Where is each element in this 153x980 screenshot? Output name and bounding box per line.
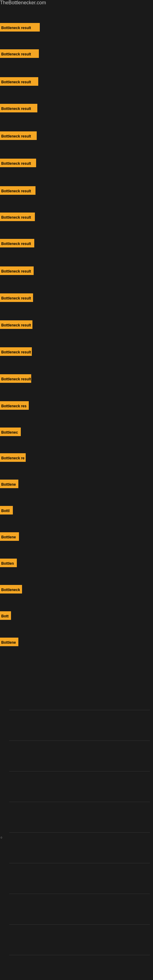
chart-gridline	[9, 771, 150, 772]
chart-gridline	[9, 863, 150, 863]
bottleneck-item: Bott	[0, 611, 11, 620]
bottleneck-item: Bottleneck	[0, 585, 22, 593]
bottleneck-item: Bottleneck result	[0, 186, 35, 195]
bottleneck-item: Bottleneck result	[0, 347, 32, 356]
bottleneck-item: Bottleneck result	[0, 266, 33, 275]
chart-gridline	[9, 740, 150, 741]
bottleneck-item: Bottlene	[0, 532, 19, 541]
bottleneck-item: Bottleneck result	[0, 293, 33, 302]
bottleneck-item: Bottleneck result	[0, 23, 40, 32]
chart-gridline	[9, 832, 150, 833]
chart-gridline	[9, 924, 150, 924]
bottleneck-item: Bottleneck result	[0, 49, 39, 58]
site-header: TheBottlenecker.com	[0, 0, 153, 5]
bottleneck-item: Bottl	[0, 506, 13, 514]
chart-gridline	[9, 802, 150, 802]
chart-gridline	[9, 955, 150, 955]
chart-gridline	[9, 710, 150, 710]
bottleneck-list: Bottleneck resultBottleneck resultBottle…	[0, 5, 153, 980]
bottleneck-item: Bottleneck result	[0, 374, 31, 383]
bottleneck-item: Bottleneck result	[0, 104, 37, 112]
bottleneck-item: Bottleneck result	[0, 320, 32, 329]
chart-gridline	[9, 894, 150, 894]
bottleneck-item: Bottlene	[0, 638, 18, 646]
bottleneck-item: Bottleneck re	[0, 453, 26, 462]
bottleneck-item: Bottlen	[0, 558, 17, 567]
bottleneck-item: Bottleneck result	[0, 159, 36, 167]
bottleneck-item: Bottlenec	[0, 428, 21, 436]
bottleneck-item: Bottleneck result	[0, 213, 35, 221]
bottleneck-item: Bottlene	[0, 480, 18, 488]
bottleneck-item: Bottleneck result	[0, 77, 38, 86]
bottleneck-item: Bottleneck result	[0, 131, 37, 140]
y-axis-label: 0	[1, 836, 2, 839]
bottleneck-item: Bottleneck result	[0, 239, 34, 247]
bottleneck-item: Bottleneck res	[0, 401, 29, 410]
